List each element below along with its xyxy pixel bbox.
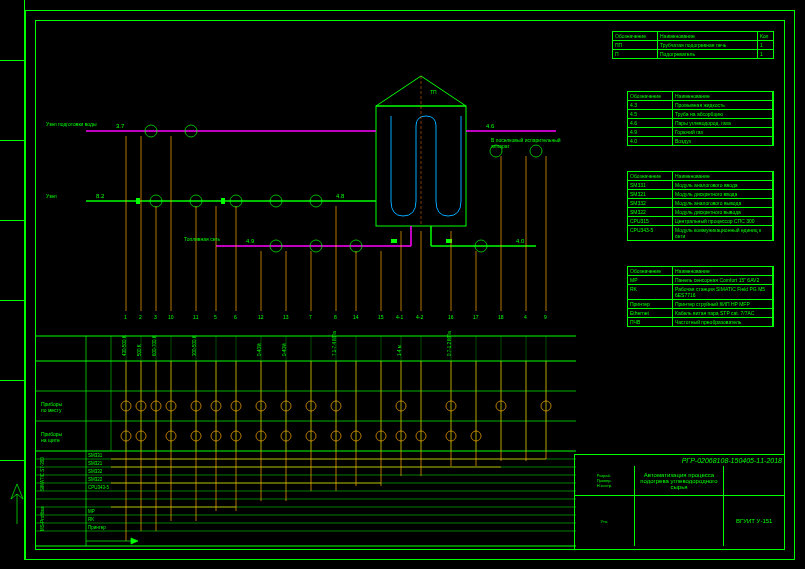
- table-row: RKРабочая станция SIMATIC Field PG M5 6E…: [628, 285, 773, 300]
- signal-lines: [126, 136, 546, 311]
- table-row: ПринтерПринтер струйный КИП HP MFP: [628, 300, 773, 309]
- table-row: 4.0Воздух: [628, 137, 773, 145]
- svg-text:17: 17: [473, 314, 479, 320]
- svg-text:9: 9: [544, 314, 547, 320]
- svg-text:10: 10: [168, 314, 174, 320]
- svg-text:SM332: SM332: [88, 469, 103, 474]
- svg-text:8: 8: [334, 314, 337, 320]
- svg-text:SM331: SM331: [88, 453, 103, 458]
- svg-text:4-1: 4-1: [396, 314, 403, 320]
- inner-sheet: ОбозначениеНаименованиеКол ППТрубчатая п…: [35, 20, 785, 550]
- svg-text:500 K: 500 K: [137, 344, 142, 356]
- legend-lines: ОбозначениеНаименование 4.3Промывная жид…: [627, 91, 774, 146]
- svg-text:3.7: 3.7: [116, 123, 125, 129]
- svg-text:SIMATIC S7-300: SIMATIC S7-300: [40, 457, 45, 491]
- svg-text:8.2: 8.2: [96, 193, 105, 199]
- table-row: 4.6Пары углеводород. газа: [628, 119, 773, 128]
- table-row: 4.3Промывная жидкость: [628, 101, 773, 110]
- table-row: ПЧВЧастотный преобразователь: [628, 318, 773, 326]
- svg-text:0.7-1.2 МПа: 0.7-1.2 МПа: [447, 331, 452, 356]
- svg-text:1: 1: [124, 314, 127, 320]
- table-row: CPU343-5Модуль коммуникационный единиц к…: [628, 226, 773, 240]
- svg-text:4-2: 4-2: [416, 314, 423, 320]
- label-fuel: Топливная сеть: [184, 236, 220, 242]
- svg-text:12: 12: [258, 314, 264, 320]
- svg-text:1-4 м: 1-4 м: [397, 345, 402, 356]
- drawing-code: РГР-02068108-150405-11-2018: [575, 455, 784, 466]
- svg-text:6: 6: [234, 314, 237, 320]
- svg-text:300-500 K: 300-500 K: [192, 335, 197, 356]
- north-arrow-icon: [5, 479, 30, 529]
- svg-text:430-500 K: 430-500 K: [122, 335, 127, 356]
- legend-devices: ОбозначениеНаименование MPПанель сенсорн…: [627, 266, 774, 327]
- svg-text:4.0: 4.0: [516, 238, 525, 244]
- svg-rect-25: [136, 198, 140, 204]
- pid-diagram: 3.7 8.2 4.9 4.8 4.6 4.0: [36, 21, 576, 551]
- label-unit: Узел: [46, 193, 57, 199]
- svg-text:CPU343-5: CPU343-5: [88, 485, 110, 490]
- table-row: 4.9Горючий газ: [628, 128, 773, 137]
- svg-text:0-40%: 0-40%: [257, 343, 262, 356]
- label-vapor-out: В поселковый испарительный аппарат: [491, 137, 566, 149]
- svg-text:MS-Profibus: MS-Profibus: [40, 505, 45, 531]
- svg-text:16: 16: [448, 314, 454, 320]
- svg-text:на щите: на щите: [41, 437, 60, 443]
- school-code: ВГУИТ У-151: [724, 496, 784, 546]
- svg-text:13: 13: [283, 314, 289, 320]
- svg-text:4: 4: [524, 314, 527, 320]
- svg-text:SM322: SM322: [88, 477, 103, 482]
- title-block: РГР-02068108-150405-11-2018 Разраб. Пров…: [574, 454, 784, 549]
- table-row: MPПанель сенсорная Comfort 15" 6AV2: [628, 276, 773, 285]
- table-row: EthernetКабель витая пара STP cat. 7/7AC: [628, 309, 773, 318]
- svg-text:7: 7: [309, 314, 312, 320]
- svg-text:4.6: 4.6: [486, 123, 495, 129]
- hdr-c1: Обозначение: [613, 32, 658, 40]
- svg-marker-186: [131, 538, 138, 544]
- svg-text:18: 18: [498, 314, 504, 320]
- svg-text:0-40%: 0-40%: [282, 343, 287, 356]
- svg-text:RK: RK: [88, 517, 94, 522]
- svg-text:4.9: 4.9: [246, 238, 255, 244]
- legend-modules: ОбозначениеНаименование SM331Модуль анал…: [627, 171, 774, 241]
- instrument-bubbles: [145, 125, 542, 252]
- label-furnace: ТП: [430, 89, 437, 95]
- furnace-icon: [376, 76, 466, 226]
- table-row: SM332Модуль аналогового вывода: [628, 199, 773, 208]
- svg-text:по месту: по месту: [41, 407, 62, 413]
- svg-text:Принтер: Принтер: [88, 525, 106, 530]
- svg-text:SM321: SM321: [88, 461, 103, 466]
- hdr-c3: Кол: [758, 32, 773, 40]
- svg-text:5: 5: [214, 314, 217, 320]
- drawing-title: Автоматизация процесса подогрева углевод…: [635, 466, 725, 495]
- svg-text:4.8: 4.8: [336, 193, 345, 199]
- label-water-unit: Узел подготовки воды: [46, 121, 97, 127]
- svg-text:11: 11: [193, 314, 199, 320]
- svg-rect-27: [391, 239, 397, 243]
- svg-text:2: 2: [139, 314, 142, 320]
- svg-text:MP: MP: [88, 509, 95, 514]
- table-row: ППодогреватель1: [613, 50, 773, 58]
- table-row: ППТрубчатая подогревная печь1: [613, 41, 773, 50]
- table-row: SM321Модуль дискретного ввода: [628, 190, 773, 199]
- signal-grid: 430-500 K 500 K 600-700 K 300-500 K 0-40…: [36, 331, 576, 546]
- table-row: 4.5Труба на абсорбцию: [628, 110, 773, 119]
- legend-equipment: ОбозначениеНаименованиеКол ППТрубчатая п…: [612, 31, 774, 59]
- channel-numbers: 123 10115 61213 7814 154-14-2 161718 49: [124, 314, 547, 320]
- svg-text:7.1-7.4 МПа: 7.1-7.4 МПа: [332, 331, 337, 356]
- arrow-icon: [86, 538, 138, 544]
- table-row: CPU315Центральный процессор CПС 300: [628, 217, 773, 226]
- svg-rect-26: [221, 198, 225, 204]
- svg-text:600-700 K: 600-700 K: [152, 335, 157, 356]
- hdr-c2: Наименование: [658, 32, 758, 40]
- svg-text:3: 3: [154, 314, 157, 320]
- table-row: SM322Модуль дискретного вывода: [628, 208, 773, 217]
- table-row: SM331Модуль аналогового ввода: [628, 181, 773, 190]
- svg-text:14: 14: [353, 314, 359, 320]
- svg-text:15: 15: [378, 314, 384, 320]
- side-ruler: [0, 0, 25, 560]
